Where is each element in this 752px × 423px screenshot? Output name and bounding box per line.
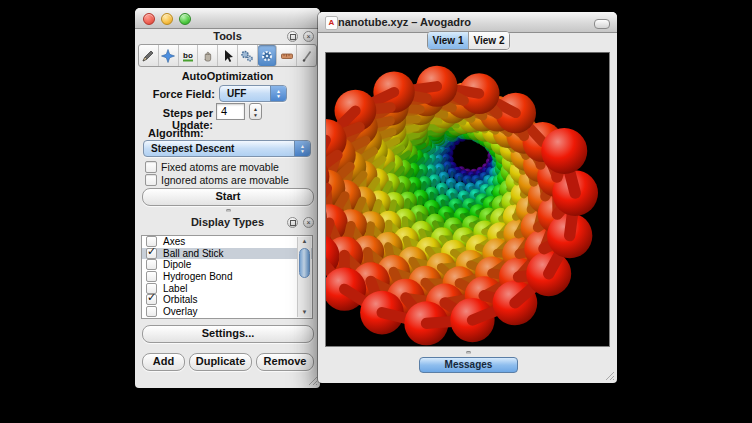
fixed-atoms-checkbox[interactable]	[145, 161, 157, 173]
dock-float-button[interactable]	[287, 31, 298, 42]
float-icon	[290, 220, 296, 226]
hand-icon	[201, 49, 215, 63]
dock-close-button[interactable]: ×	[303, 217, 314, 228]
messages-button[interactable]: Messages	[419, 357, 518, 373]
ignored-atoms-label: Ignored atoms are movable	[161, 174, 289, 186]
nanotube-render	[326, 53, 609, 346]
tools-palette-titlebar[interactable]	[135, 8, 320, 29]
auto-optimization-title: AutoOptimization	[135, 70, 320, 82]
tool-auto-rotate-button[interactable]	[238, 45, 258, 66]
tool-align-button[interactable]	[297, 45, 316, 66]
molecule-viewport[interactable]	[325, 52, 610, 347]
tool-measure-button[interactable]	[277, 45, 297, 66]
force-field-value: UFF	[220, 88, 270, 99]
list-item-ball-and-stick[interactable]: ✓ Ball and Stick	[142, 248, 312, 260]
tab-view-1[interactable]: View 1	[428, 32, 468, 49]
item-checkbox[interactable]	[146, 306, 157, 317]
resize-grip-icon[interactable]	[308, 376, 318, 386]
scroll-up-icon[interactable]: ▲	[298, 237, 311, 246]
settings-button[interactable]: Settings...	[142, 325, 314, 343]
list-item-axes[interactable]: Axes	[142, 236, 312, 248]
main-window: A nanotube.xyz – Avogadro View 1 View 2 …	[318, 12, 617, 383]
scroll-down-icon[interactable]: ▼	[298, 308, 311, 317]
view-tabs: View 1 View 2	[427, 31, 510, 50]
minimize-traffic-light-button[interactable]	[161, 13, 173, 25]
tool-auto-optimize-button[interactable]	[258, 45, 278, 66]
gear-icon	[260, 49, 274, 63]
force-field-label: Force Field:	[135, 88, 215, 100]
tool-draw-button[interactable]	[139, 45, 159, 66]
close-icon: ×	[306, 219, 310, 226]
zoom-traffic-light-button[interactable]	[179, 13, 191, 25]
item-checkbox[interactable]: ✓	[146, 248, 157, 259]
duplicate-button[interactable]: Duplicate	[189, 353, 252, 371]
float-icon	[290, 34, 296, 40]
list-item-label[interactable]: Label	[142, 282, 312, 294]
algorithm-value: Steepest Descent	[144, 143, 294, 154]
tools-dock-header: Tools ×	[135, 29, 320, 44]
cursor-arrow-icon	[221, 49, 235, 63]
popup-arrows-icon: ▲▼	[270, 86, 286, 101]
popup-arrows-icon: ▲▼	[294, 141, 310, 156]
splitter-handle[interactable]	[466, 351, 471, 354]
navigate-star-icon	[161, 49, 175, 63]
algorithm-popup[interactable]: Steepest Descent ▲▼	[143, 140, 311, 157]
scrollbar-thumb[interactable]	[299, 248, 310, 278]
display-types-list: Axes ✓ Ball and Stick Dipole Hydrogen Bo…	[141, 235, 313, 319]
tool-selector-toolbar: bo	[138, 44, 317, 67]
close-icon: ×	[306, 33, 310, 40]
gears-icon	[240, 49, 254, 63]
screenshot-stage: Tools × bo	[0, 0, 752, 423]
list-scrollbar[interactable]: ▲ ▼	[297, 237, 311, 317]
steps-per-update-field[interactable]: 4	[216, 103, 245, 120]
add-button[interactable]: Add	[142, 353, 185, 371]
ruler-icon	[280, 49, 294, 63]
list-item-hydrogen-bond[interactable]: Hydrogen Bond	[142, 271, 312, 283]
main-window-titlebar[interactable]: A nanotube.xyz – Avogadro	[318, 12, 617, 33]
display-types-header: Display Types ×	[135, 215, 320, 230]
start-button[interactable]: Start	[142, 188, 314, 206]
list-item-overlay[interactable]: Overlay	[142, 306, 312, 318]
window-title: nanotube.xyz – Avogadro	[338, 12, 471, 32]
svg-text:bo: bo	[183, 51, 193, 60]
ignored-atoms-checkbox[interactable]	[145, 174, 157, 186]
tool-manipulate-button[interactable]	[198, 45, 218, 66]
force-field-popup[interactable]: UFF ▲▼	[219, 85, 287, 102]
algorithm-label: Algorithm:	[148, 127, 204, 139]
remove-button[interactable]: Remove	[256, 353, 314, 371]
steps-stepper[interactable]: ▲ ▼	[249, 103, 262, 120]
document-icon: A	[325, 16, 338, 30]
toolbar-toggle-button[interactable]	[594, 19, 610, 29]
tool-navigate-button[interactable]	[159, 45, 179, 66]
tool-select-button[interactable]	[218, 45, 238, 66]
close-traffic-light-button[interactable]	[143, 13, 155, 25]
item-checkbox[interactable]: ✓	[146, 294, 157, 305]
align-slash-icon	[300, 49, 314, 63]
tools-palette-window: Tools × bo	[135, 8, 320, 388]
list-item-orbitals[interactable]: ✓ Orbitals	[142, 294, 312, 306]
resize-grip-icon[interactable]	[605, 371, 615, 381]
bond-order-icon: bo	[181, 49, 195, 63]
dock-float-button[interactable]	[287, 217, 298, 228]
item-checkbox[interactable]	[146, 271, 157, 282]
tool-bond-centric-button[interactable]: bo	[179, 45, 199, 66]
splitter-handle[interactable]	[226, 209, 231, 212]
stepper-down-icon: ▼	[253, 112, 258, 118]
pencil-icon	[141, 49, 155, 63]
tab-view-2[interactable]: View 2	[468, 32, 509, 49]
dock-close-button[interactable]: ×	[303, 31, 314, 42]
fixed-atoms-label: Fixed atoms are movable	[161, 161, 279, 173]
item-checkbox[interactable]	[146, 259, 157, 270]
list-item-dipole[interactable]: Dipole	[142, 259, 312, 271]
